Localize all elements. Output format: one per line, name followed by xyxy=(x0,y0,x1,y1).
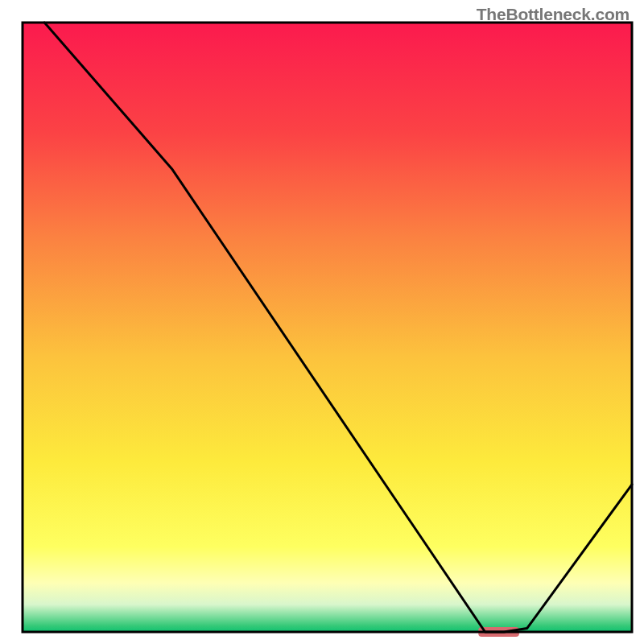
bottleneck-plot xyxy=(0,0,644,644)
chart-container: TheBottleneck.com xyxy=(0,0,644,644)
watermark-label: TheBottleneck.com xyxy=(477,5,630,24)
plot-background xyxy=(23,23,632,632)
